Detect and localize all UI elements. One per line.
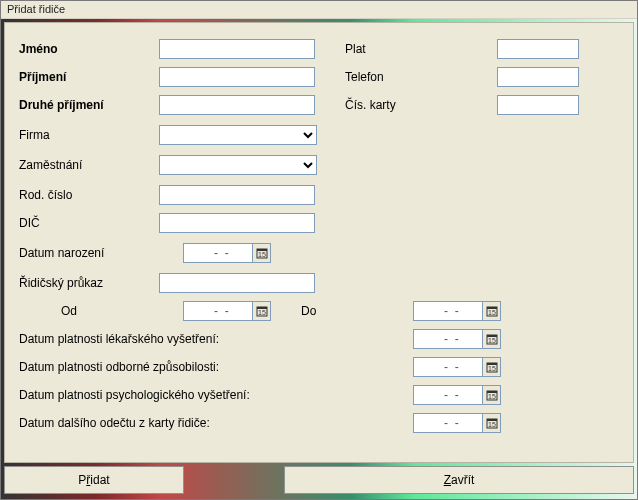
- label-prijmeni: Příjmení: [19, 70, 159, 84]
- close-button[interactable]: Zavřít: [284, 466, 634, 494]
- label-do: Do: [301, 304, 351, 318]
- calendar-icon[interactable]: 15: [482, 358, 500, 376]
- date-datum-narozeni: 15: [183, 243, 271, 263]
- calendar-icon[interactable]: 15: [482, 414, 500, 432]
- window-title: Přidat řidiče: [1, 1, 637, 19]
- date-psych: 15: [413, 385, 501, 405]
- date-lekarske: 15: [413, 329, 501, 349]
- input-telefon[interactable]: [497, 67, 579, 87]
- input-jmeno[interactable]: [159, 39, 315, 59]
- input-datum-narozeni[interactable]: [184, 244, 252, 262]
- input-dic[interactable]: [159, 213, 315, 233]
- svg-text:15: 15: [258, 309, 266, 316]
- label-cis-karty: Čís. karty: [345, 98, 425, 112]
- svg-text:15: 15: [488, 309, 496, 316]
- svg-text:15: 15: [488, 337, 496, 344]
- add-button[interactable]: Přidat: [4, 466, 184, 494]
- input-prijmeni[interactable]: [159, 67, 315, 87]
- select-firma[interactable]: [159, 125, 317, 145]
- input-druhe-prijmeni[interactable]: [159, 95, 315, 115]
- input-od[interactable]: [184, 302, 252, 320]
- label-plat: Plat: [345, 42, 425, 56]
- calendar-icon[interactable]: 15: [482, 386, 500, 404]
- input-lekarske[interactable]: [414, 330, 482, 348]
- input-ridicsky-prukaz[interactable]: [159, 273, 315, 293]
- label-psych: Datum platnosti psychologického vyšetřen…: [19, 388, 359, 402]
- svg-text:15: 15: [488, 365, 496, 372]
- svg-text:15: 15: [488, 393, 496, 400]
- label-rod-cislo: Rod. číslo: [19, 188, 159, 202]
- input-psych[interactable]: [414, 386, 482, 404]
- label-telefon: Telefon: [345, 70, 425, 84]
- calendar-icon[interactable]: 15: [482, 330, 500, 348]
- date-odborne: 15: [413, 357, 501, 377]
- label-ridicsky-prukaz: Řidičský průkaz: [19, 276, 159, 290]
- label-odborne: Datum platnosti odborné způsobilosti:: [19, 360, 359, 374]
- input-odborne[interactable]: [414, 358, 482, 376]
- calendar-icon[interactable]: 15: [252, 302, 270, 320]
- label-dic: DIČ: [19, 216, 159, 230]
- date-odectu: 15: [413, 413, 501, 433]
- label-odectu: Datum dalšího odečtu z karty řidiče:: [19, 416, 359, 430]
- calendar-icon[interactable]: 15: [252, 244, 270, 262]
- form-panel: Jméno Plat Příjmení Telefon Druhé příjme…: [4, 22, 634, 463]
- label-druhe-prijmeni: Druhé příjmení: [19, 98, 159, 112]
- input-odectu[interactable]: [414, 414, 482, 432]
- select-zamestnani[interactable]: [159, 155, 317, 175]
- input-plat[interactable]: [497, 39, 579, 59]
- window-body: Jméno Plat Příjmení Telefon Druhé příjme…: [1, 19, 637, 499]
- label-lekarske: Datum platnosti lékařského vyšetření:: [19, 332, 359, 346]
- label-firma: Firma: [19, 128, 159, 142]
- svg-text:15: 15: [258, 251, 266, 258]
- label-od: Od: [19, 304, 159, 318]
- input-rod-cislo[interactable]: [159, 185, 315, 205]
- button-bar: Přidat Zavřít: [4, 466, 634, 496]
- label-zamestnani: Zaměstnání: [19, 158, 159, 172]
- svg-text:15: 15: [488, 421, 496, 428]
- dialog-window: Přidat řidiče Jméno Plat Příjmení Telefo…: [0, 0, 638, 500]
- date-do: 15: [413, 301, 501, 321]
- label-datum-narozeni: Datum narození: [19, 246, 159, 260]
- input-do[interactable]: [414, 302, 482, 320]
- label-jmeno: Jméno: [19, 42, 159, 56]
- input-cis-karty[interactable]: [497, 95, 579, 115]
- date-od: 15: [183, 301, 271, 321]
- calendar-icon[interactable]: 15: [482, 302, 500, 320]
